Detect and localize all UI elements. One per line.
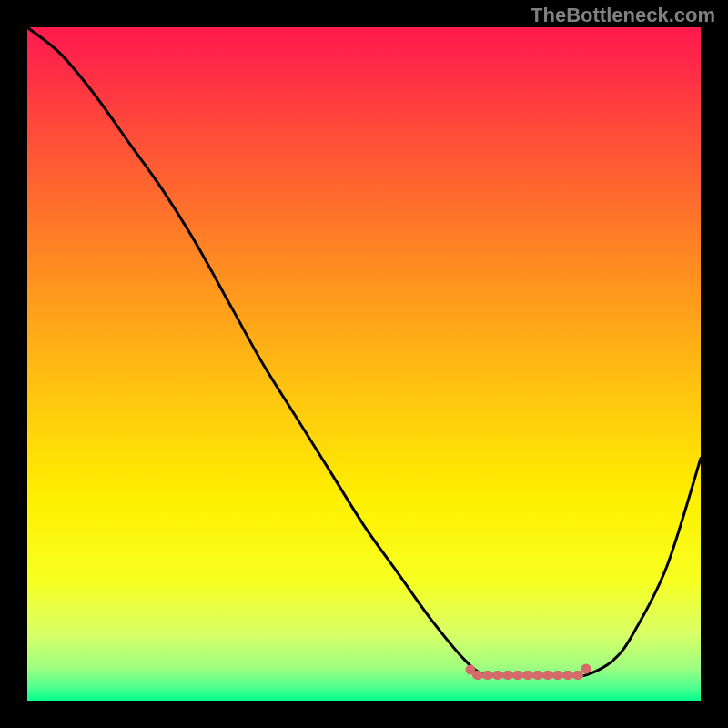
plot-area xyxy=(27,27,701,701)
marker-dot-1 xyxy=(581,664,592,674)
watermark-text: TheBottleneck.com xyxy=(531,4,715,27)
curve-line xyxy=(27,27,701,677)
chart-container: TheBottleneck.com xyxy=(0,0,728,728)
markers-group xyxy=(466,664,592,676)
bottleneck-curve xyxy=(27,27,701,701)
marker-dot-0 xyxy=(466,665,476,675)
